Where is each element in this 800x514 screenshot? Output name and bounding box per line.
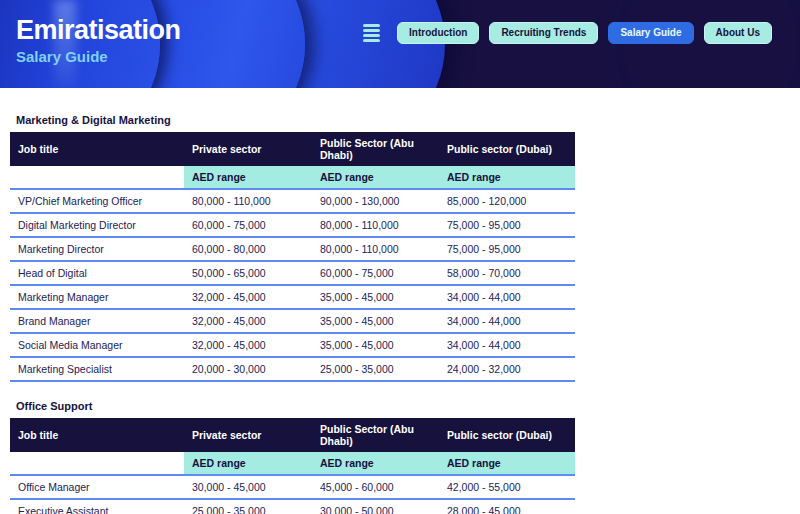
table-header-row: Job titlePrivate sectorPublic Sector (Ab… [10,418,575,452]
salary-range-cell: 25,000 - 35,000 [184,500,312,514]
salary-range-cell: 75,000 - 95,000 [439,238,575,262]
salary-range-cell: 90,000 - 130,000 [312,190,439,214]
job-title-cell: Marketing Specialist [10,358,184,382]
table-row: Marketing Director60,000 - 80,00080,000 … [10,238,575,262]
page-title: Emiratisation [16,15,181,45]
salary-range-cell: 34,000 - 44,000 [439,310,575,334]
salary-table: Job titlePrivate sectorPublic Sector (Ab… [10,418,575,514]
salary-range-cell: 35,000 - 45,000 [312,310,439,334]
salary-range-cell: 34,000 - 44,000 [439,286,575,310]
table-body: VP/Chief Marketing Officer80,000 - 110,0… [10,190,575,382]
job-title-cell: Head of Digital [10,262,184,286]
table-row: Marketing Manager32,000 - 45,00035,000 -… [10,286,575,310]
salary-range-cell: 50,000 - 65,000 [184,262,312,286]
top-navigation: IntroductionRecruiting TrendsSalary Guid… [363,22,772,44]
salary-range-cell: 30,000 - 45,000 [184,476,312,500]
subheader-spacer [10,166,184,190]
job-title-cell: VP/Chief Marketing Officer [10,190,184,214]
menu-bar [363,24,380,27]
aed-range-label: AED range [439,452,575,476]
salary-table: Job titlePrivate sectorPublic Sector (Ab… [10,132,575,382]
menu-bar [363,34,380,37]
column-header: Public sector (Dubai) [439,418,575,452]
salary-range-cell: 75,000 - 95,000 [439,214,575,238]
table-body: Office Manager30,000 - 45,00045,000 - 60… [10,476,575,514]
table-subheader-row: AED rangeAED rangeAED range [10,452,575,476]
hero-faint-arc [612,0,800,88]
hero-header: Emiratisation Salary Guide IntroductionR… [0,0,800,88]
salary-range-cell: 80,000 - 110,000 [184,190,312,214]
salary-range-cell: 35,000 - 45,000 [312,286,439,310]
salary-range-cell: 24,000 - 32,000 [439,358,575,382]
hamburger-menu-icon[interactable] [363,24,380,42]
column-header: Private sector [184,132,312,166]
salary-range-cell: 32,000 - 45,000 [184,286,312,310]
salary-range-cell: 25,000 - 35,000 [312,358,439,382]
page-content: Marketing & Digital Marketing Job titleP… [0,114,800,514]
aed-range-label: AED range [184,166,312,190]
salary-table-section: Office Support Job titlePrivate sectorPu… [10,400,790,514]
salary-range-cell: 45,000 - 60,000 [312,476,439,500]
column-header: Public sector (Dubai) [439,132,575,166]
job-title-cell: Marketing Manager [10,286,184,310]
hero-title-block: Emiratisation Salary Guide [16,15,181,65]
salary-range-cell: 60,000 - 80,000 [184,238,312,262]
job-title-cell: Marketing Director [10,238,184,262]
column-header: Public Sector (Abu Dhabi) [312,132,439,166]
column-header: Public Sector (Abu Dhabi) [312,418,439,452]
salary-range-cell: 58,000 - 70,000 [439,262,575,286]
page-subtitle: Salary Guide [16,48,181,65]
job-title-cell: Office Manager [10,476,184,500]
nav-button-recruiting-trends[interactable]: Recruiting Trends [489,22,598,44]
table-row: VP/Chief Marketing Officer80,000 - 110,0… [10,190,575,214]
aed-range-label: AED range [439,166,575,190]
salary-range-cell: 85,000 - 120,000 [439,190,575,214]
salary-range-cell: 42,000 - 55,000 [439,476,575,500]
aed-range-label: AED range [312,166,439,190]
job-title-cell: Brand Manager [10,310,184,334]
salary-range-cell: 35,000 - 45,000 [312,334,439,358]
job-title-cell: Social Media Manager [10,334,184,358]
section-title: Office Support [16,400,790,412]
column-header: Job title [10,132,184,166]
aed-range-label: AED range [184,452,312,476]
section-title: Marketing & Digital Marketing [16,114,790,126]
table-subheader-row: AED rangeAED rangeAED range [10,166,575,190]
job-title-cell: Executive Assistant [10,500,184,514]
salary-range-cell: 80,000 - 110,000 [312,238,439,262]
table-row: Office Manager30,000 - 45,00045,000 - 60… [10,476,575,500]
table-row: Head of Digital50,000 - 65,00060,000 - 7… [10,262,575,286]
salary-range-cell: 28,000 - 45,000 [439,500,575,514]
table-row: Social Media Manager32,000 - 45,00035,00… [10,334,575,358]
table-row: Executive Assistant25,000 - 35,00030,000… [10,500,575,514]
aed-range-label: AED range [312,452,439,476]
salary-range-cell: 34,000 - 44,000 [439,334,575,358]
salary-range-cell: 20,000 - 30,000 [184,358,312,382]
salary-range-cell: 80,000 - 110,000 [312,214,439,238]
table-row: Brand Manager32,000 - 45,00035,000 - 45,… [10,310,575,334]
salary-range-cell: 60,000 - 75,000 [312,262,439,286]
menu-bar [363,39,380,42]
nav-button-group: IntroductionRecruiting TrendsSalary Guid… [397,22,772,44]
subheader-spacer [10,452,184,476]
nav-button-introduction[interactable]: Introduction [397,22,479,44]
menu-bar [363,29,380,32]
column-header: Job title [10,418,184,452]
salary-range-cell: 30,000 - 50,000 [312,500,439,514]
salary-range-cell: 60,000 - 75,000 [184,214,312,238]
nav-button-about-us[interactable]: About Us [704,22,772,44]
table-row: Digital Marketing Director60,000 - 75,00… [10,214,575,238]
salary-table-section: Marketing & Digital Marketing Job titleP… [10,114,790,382]
salary-range-cell: 32,000 - 45,000 [184,334,312,358]
table-header-row: Job titlePrivate sectorPublic Sector (Ab… [10,132,575,166]
nav-button-salary-guide[interactable]: Salary Guide [608,22,693,44]
job-title-cell: Digital Marketing Director [10,214,184,238]
table-row: Marketing Specialist20,000 - 30,00025,00… [10,358,575,382]
salary-range-cell: 32,000 - 45,000 [184,310,312,334]
column-header: Private sector [184,418,312,452]
